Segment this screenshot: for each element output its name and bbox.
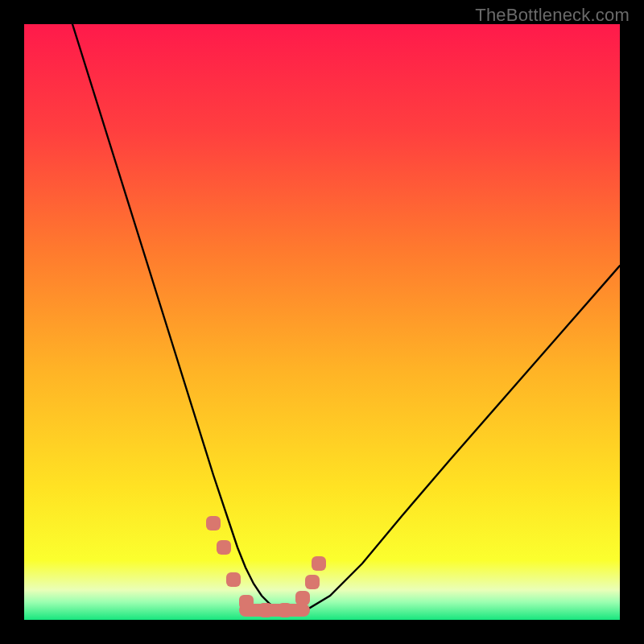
chart-svg	[24, 24, 620, 620]
plot-area	[24, 24, 620, 620]
chart-frame: TheBottleneck.com	[0, 0, 644, 644]
marker-point	[239, 595, 254, 609]
highlight-markers	[206, 516, 326, 617]
marker-point	[258, 603, 273, 617]
bottleneck-curve	[72, 24, 620, 613]
marker-point	[305, 575, 320, 589]
marker-point	[206, 516, 221, 530]
marker-point	[295, 591, 310, 605]
marker-point	[217, 540, 231, 555]
marker-point	[278, 603, 292, 617]
marker-point	[226, 572, 241, 587]
watermark-text: TheBottleneck.com	[475, 5, 630, 26]
marker-point	[312, 556, 326, 571]
